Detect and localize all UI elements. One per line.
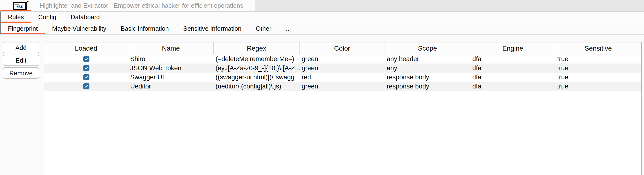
- rule-actions-panel: AddEditRemove: [0, 34, 44, 175]
- sensitive-cell: true: [555, 64, 641, 73]
- tab-label: Sensitive Information: [183, 25, 242, 32]
- color-cell: green: [300, 82, 385, 91]
- add-button[interactable]: Add: [3, 42, 39, 53]
- table-row[interactable]: Shiro(=deleteMe|rememberMe=)greenany hea…: [44, 54, 641, 64]
- check-icon: [84, 84, 89, 89]
- scope-cell: response body: [385, 73, 470, 82]
- table-row[interactable]: JSON Web Token(eyJ[A-Za-z0-9_-]{10,}\.[A…: [44, 64, 641, 73]
- secondary-tab-bar: FingerprintMaybe VulnerabilityBasic Info…: [0, 23, 644, 34]
- subtab-maybe-vulnerability[interactable]: Maybe Vulnerability: [45, 23, 114, 34]
- check-icon: [84, 56, 89, 61]
- table-row[interactable]: Ueditor(ueditor\.(config|all)\.js)greenr…: [44, 82, 641, 91]
- tab-rules[interactable]: Rules: [1, 12, 31, 23]
- table-row[interactable]: Swagger UI((swagger-ui.html)|(\"swagg...…: [44, 73, 641, 82]
- regex-cell: (ueditor\.(config|all)\.js): [214, 82, 300, 91]
- loaded-cell: [44, 73, 128, 82]
- tab-label: Basic Information: [120, 25, 169, 32]
- name-cell: Ueditor: [128, 82, 214, 91]
- loaded-cell: [44, 64, 128, 73]
- engine-cell: dfa: [470, 73, 555, 82]
- sensitive-cell: true: [555, 82, 641, 91]
- rules-table-header: LoadedNameRegexColorScopeEngineSensitive: [44, 42, 641, 54]
- name-cell: Shiro: [128, 54, 214, 64]
- loaded-checkbox[interactable]: [83, 83, 90, 90]
- column-header-scope[interactable]: Scope: [385, 42, 470, 54]
- rules-table-pane: LoadedNameRegexColorScopeEngineSensitive…: [44, 42, 642, 175]
- subtab-basic-information[interactable]: Basic Information: [114, 23, 176, 34]
- loaded-cell: [44, 82, 128, 91]
- sensitive-cell: true: [555, 54, 641, 64]
- tab-label: Maybe Vulnerability: [52, 25, 106, 32]
- rules-content: AddEditRemove LoadedNameRegexColorScopeE…: [0, 34, 644, 175]
- column-header-sensitive[interactable]: Sensitive: [555, 42, 641, 54]
- subtab-sensitive-information[interactable]: Sensitive Information: [176, 23, 249, 34]
- check-icon: [84, 66, 89, 70]
- loaded-checkbox[interactable]: [83, 65, 90, 71]
- edit-button[interactable]: Edit: [3, 55, 39, 66]
- regex-cell: (=deleteMe|rememberMe=): [214, 54, 300, 64]
- extension-title: Highlighter and Extractor - Empower ethi…: [40, 2, 243, 9]
- name-cell: Swagger UI: [128, 73, 214, 82]
- rules-table-body: Shiro(=deleteMe|rememberMe=)greenany hea…: [44, 54, 641, 91]
- subtab-other[interactable]: Other: [249, 23, 278, 34]
- tab-label: ...: [286, 25, 291, 32]
- scope-cell: any: [385, 64, 470, 73]
- color-cell: red: [300, 73, 385, 82]
- loaded-checkbox[interactable]: [83, 74, 90, 80]
- column-header-regex[interactable]: Regex: [214, 42, 300, 54]
- column-header-name[interactable]: Name: [128, 42, 214, 54]
- scope-cell: response body: [385, 82, 470, 91]
- hae-logo-icon: HAE: [13, 1, 29, 11]
- tab-label: Other: [256, 25, 272, 32]
- tab-config[interactable]: Config: [31, 12, 63, 23]
- extension-tab-bar: HAE Highlighter and Extractor - Empower …: [0, 0, 644, 12]
- sensitive-cell: true: [555, 73, 641, 82]
- primary-tab-bar: RulesConfigDataboard: [0, 12, 644, 23]
- subtab-more[interactable]: ...: [278, 23, 298, 34]
- remove-button[interactable]: Remove: [3, 67, 39, 79]
- tab-databoard[interactable]: Databoard: [64, 12, 107, 23]
- column-header-engine[interactable]: Engine: [470, 42, 555, 54]
- column-header-color[interactable]: Color: [300, 42, 385, 54]
- color-cell: green: [300, 64, 385, 73]
- loaded-cell: [44, 54, 128, 64]
- column-header-loaded[interactable]: Loaded: [44, 42, 128, 54]
- name-cell: JSON Web Token: [128, 64, 214, 73]
- hae-plugin-tab[interactable]: HAE Highlighter and Extractor - Empower …: [0, 0, 255, 11]
- subtab-fingerprint[interactable]: Fingerprint: [1, 23, 45, 34]
- color-cell: green: [300, 54, 385, 64]
- scope-cell: any header: [385, 54, 470, 64]
- engine-cell: dfa: [470, 82, 555, 91]
- tab-label: Rules: [8, 14, 24, 21]
- engine-cell: dfa: [470, 64, 555, 73]
- engine-cell: dfa: [470, 54, 555, 64]
- loaded-checkbox[interactable]: [83, 56, 90, 62]
- active-extension-underline: [0, 10, 31, 11]
- svg-text:HAE: HAE: [16, 5, 22, 9]
- tab-label: Fingerprint: [8, 25, 38, 32]
- regex-cell: ((swagger-ui.html)|(\"swagg...: [214, 73, 300, 82]
- regex-cell: (eyJ[A-Za-z0-9_-]{10,}\.[A-Z...: [214, 64, 300, 73]
- check-icon: [84, 75, 89, 80]
- tab-label: Databoard: [71, 14, 100, 21]
- tab-label: Config: [38, 14, 56, 21]
